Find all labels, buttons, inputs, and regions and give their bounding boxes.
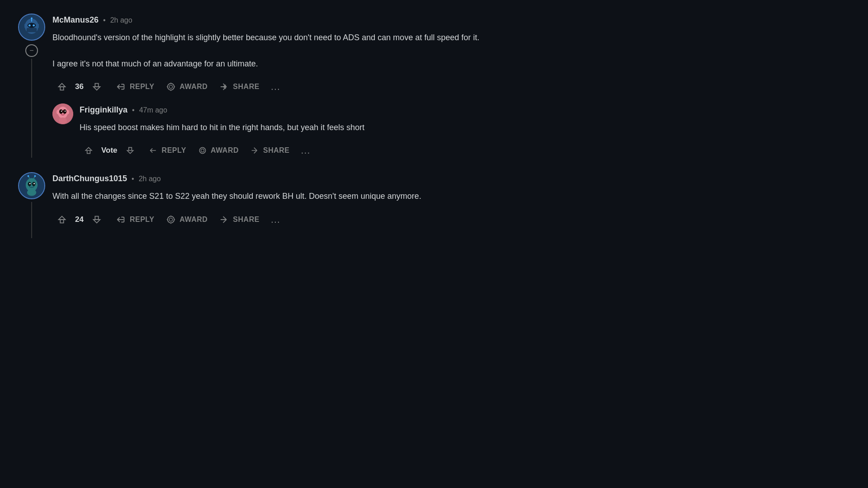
svg-point-10 [168, 84, 175, 90]
svg-point-35 [170, 218, 173, 221]
avatar-friggin [52, 103, 73, 124]
svg-point-27 [29, 183, 31, 184]
username-friggin: Frigginkillya [80, 105, 127, 115]
reply-label-mcmanus: Reply [130, 83, 154, 91]
comment-mcmanus: − McManus26 • 2h ago Bloodhound's versio… [18, 14, 850, 158]
share-icon-darth [219, 215, 229, 225]
dot-separator-darth: • [132, 175, 134, 183]
award-button-mcmanus[interactable]: Award [161, 79, 212, 94]
award-button-friggin[interactable]: Award [193, 143, 243, 158]
upvote-button-mcmanus[interactable] [52, 79, 71, 94]
avatar-darth [18, 172, 45, 199]
upvote-icon-darth [57, 215, 67, 225]
svg-point-17 [65, 111, 66, 112]
svg-point-7 [31, 18, 33, 19]
reply-icon-friggin [149, 146, 158, 155]
action-bar-friggin: Vote Reply [80, 143, 850, 158]
reply-text-friggin: His speed boost makes him hard to hit in… [80, 121, 850, 134]
share-label-friggin: Share [263, 146, 290, 155]
action-bar-darth: 24 Reply [52, 212, 850, 227]
comment-left-mcmanus: − [18, 14, 45, 158]
more-button-friggin[interactable]: … [297, 144, 315, 157]
share-button-darth[interactable]: Share [215, 212, 264, 227]
downvote-button-darth[interactable] [87, 212, 106, 227]
reply-icon [116, 82, 126, 92]
more-button-darth[interactable]: … [267, 213, 285, 226]
downvote-icon-darth [92, 215, 102, 225]
timestamp-friggin: 47m ago [139, 106, 167, 114]
username-darth: DarthChungus1015 [52, 174, 127, 183]
reply-label-darth: Reply [130, 216, 154, 224]
comment-left-darth [18, 172, 45, 238]
svg-point-28 [33, 183, 35, 184]
share-label-darth: Share [233, 216, 259, 224]
svg-point-15 [63, 109, 66, 114]
comment-text-line1: Bloodhound's version of the highlight is… [52, 31, 850, 44]
comment-body-mcmanus: McManus26 • 2h ago Bloodhound's version … [52, 14, 850, 158]
downvote-button-mcmanus[interactable] [87, 79, 106, 94]
reply-button-darth[interactable]: Reply [112, 212, 159, 227]
award-label-friggin: Award [211, 146, 239, 155]
award-label-darth: Award [179, 216, 208, 224]
upvote-button-friggin[interactable] [80, 143, 98, 158]
share-button-mcmanus[interactable]: Share [215, 79, 264, 94]
reply-button-mcmanus[interactable]: Reply [112, 79, 159, 94]
svg-point-19 [66, 110, 69, 114]
svg-point-20 [59, 117, 67, 124]
svg-point-32 [34, 175, 36, 177]
dot-separator: • [103, 16, 106, 24]
thread-line [31, 59, 32, 158]
vote-group-friggin: Vote [80, 143, 139, 158]
comment-text-line2: I agree it's not that much of an advanta… [52, 57, 850, 70]
vote-group-mcmanus: 36 [52, 79, 106, 94]
award-icon-darth [166, 215, 176, 225]
more-dots-friggin: … [301, 145, 311, 156]
svg-point-11 [170, 85, 173, 89]
username-mcmanus: McManus26 [52, 15, 99, 25]
reply-icon-darth [116, 215, 126, 225]
comment-darth: DarthChungus1015 • 2h ago With all the c… [18, 172, 850, 238]
svg-point-33 [27, 189, 37, 196]
share-icon-friggin [250, 146, 259, 155]
svg-point-22 [201, 149, 204, 152]
share-button-friggin[interactable]: Share [246, 143, 294, 158]
timestamp-darth: 2h ago [139, 175, 161, 183]
comment-header-darth: DarthChungus1015 • 2h ago [52, 174, 850, 183]
action-bar-mcmanus: 36 Reply [52, 79, 850, 94]
share-label-mcmanus: Share [233, 83, 259, 91]
svg-rect-8 [24, 24, 27, 28]
vote-label-friggin: Vote [101, 146, 118, 155]
comment-body-darth: DarthChungus1015 • 2h ago With all the c… [52, 172, 850, 238]
svg-point-18 [57, 110, 59, 114]
award-label-mcmanus: Award [179, 83, 208, 91]
svg-point-5 [33, 24, 35, 27]
downvote-button-friggin[interactable] [121, 143, 139, 158]
svg-point-21 [199, 148, 205, 154]
thread-line-container: − [25, 41, 38, 158]
dot-separator-friggin: • [132, 106, 135, 114]
minus-icon: − [29, 47, 33, 55]
downvote-icon-friggin [126, 146, 135, 155]
award-button-darth[interactable]: Award [161, 212, 212, 227]
vote-count-darth: 24 [75, 215, 84, 224]
reply-section-friggin: Frigginkillya • 47m ago His speed boost … [52, 103, 850, 158]
upvote-button-darth[interactable] [52, 212, 71, 227]
svg-point-16 [61, 111, 62, 112]
thread-line-darth [31, 202, 32, 238]
svg-point-14 [59, 109, 63, 114]
award-icon-friggin [198, 146, 207, 155]
collapse-button[interactable]: − [25, 44, 38, 57]
upvote-icon-friggin [84, 146, 93, 155]
svg-point-30 [28, 175, 29, 177]
more-button-mcmanus[interactable]: … [267, 80, 285, 94]
share-icon [219, 82, 229, 92]
reply-button-friggin[interactable]: Reply [145, 143, 191, 158]
svg-point-13 [58, 107, 68, 118]
svg-rect-2 [27, 28, 37, 32]
svg-rect-9 [37, 24, 39, 28]
svg-point-34 [168, 216, 175, 223]
reply-label-friggin: Reply [162, 146, 186, 155]
comment-header-mcmanus: McManus26 • 2h ago [52, 15, 850, 25]
comment-text-darth: With all the changes since S21 to S22 ye… [52, 190, 850, 203]
vote-group-darth: 24 [52, 212, 106, 227]
